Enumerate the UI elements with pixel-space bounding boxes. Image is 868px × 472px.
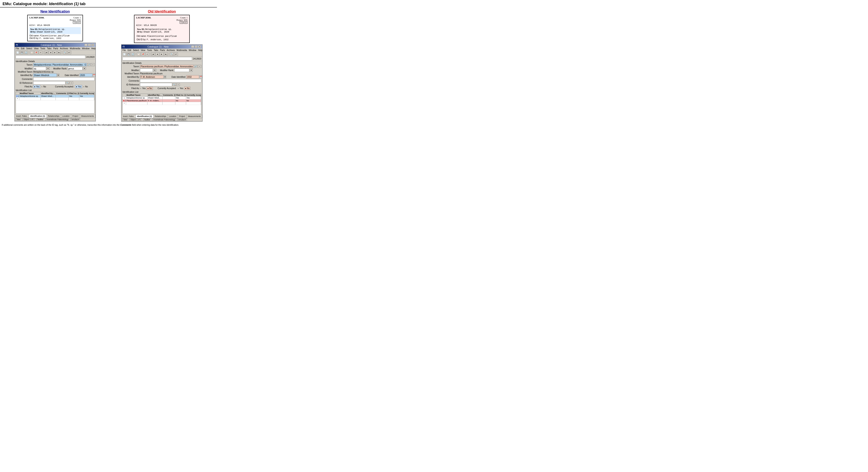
- toolbar-undo-left[interactable]: ↩: [39, 51, 42, 54]
- menu-view-left[interactable]: View: [34, 47, 39, 50]
- menu-tabs-right[interactable]: Tabs: [154, 49, 158, 52]
- comments-input-left[interactable]: [33, 77, 95, 81]
- modifier-rank-select-right[interactable]: ▼: [190, 69, 193, 72]
- identified-by-select-right[interactable]: ▼: [164, 75, 166, 78]
- identified-by-input-right[interactable]: [140, 75, 163, 78]
- id-reference-input-left[interactable]: [33, 81, 65, 85]
- tab-location-left[interactable]: Location: [61, 114, 71, 118]
- filed-as-yes-left[interactable]: ● Yes: [33, 85, 40, 88]
- filed-as-no-right[interactable]: ● No: [147, 87, 153, 90]
- close-btn-right[interactable]: ✕: [198, 45, 201, 48]
- minimize-btn-left[interactable]: –: [85, 44, 88, 46]
- menu-window-left[interactable]: Window: [82, 47, 90, 50]
- tab-project-left[interactable]: Project: [71, 114, 80, 118]
- toolbar-nav3-right[interactable]: ►: [160, 53, 163, 56]
- tab-relationships-left[interactable]: Relationships: [47, 114, 61, 118]
- search-input-left[interactable]: [16, 55, 85, 59]
- id-ref-btn2-right[interactable]: +: [177, 83, 180, 86]
- toolbar-refresh-left[interactable]: 🔄: [24, 51, 28, 54]
- menu-file-left[interactable]: File: [16, 47, 19, 50]
- menu-window-right[interactable]: Window: [189, 49, 196, 52]
- toolbar-search-left[interactable]: 🔍: [63, 51, 67, 54]
- menu-archives-right[interactable]: Archives: [166, 49, 175, 52]
- tab-measurements-right[interactable]: Measurements: [187, 115, 202, 118]
- taxon-btn2-left[interactable]: +: [91, 63, 95, 66]
- taxon-input-right[interactable]: [140, 65, 193, 68]
- modifier-rank-select-left[interactable]: ▼: [83, 67, 86, 70]
- date-cal-btn-right[interactable]: 📅: [199, 75, 202, 78]
- modifier-input-left[interactable]: [33, 67, 46, 70]
- identified-by-input-left[interactable]: [33, 73, 57, 77]
- menu-select-right[interactable]: Select: [133, 49, 139, 52]
- toolbar-nav1-left[interactable]: |◄: [44, 51, 48, 54]
- close-btn-left[interactable]: ✕: [91, 44, 94, 46]
- toolbar-refresh-right[interactable]: 🔄: [131, 53, 135, 56]
- date-identified-input-right[interactable]: [186, 75, 199, 78]
- toolbar-nav1-right[interactable]: |◄: [151, 53, 155, 56]
- tab-relationships-right[interactable]: Relationships: [154, 115, 168, 118]
- id-ref-btn2-left[interactable]: +: [70, 81, 73, 85]
- menu-archives-left[interactable]: Archives: [60, 47, 68, 50]
- menu-tabs-left[interactable]: Tabs: [47, 47, 52, 50]
- ca-no-right[interactable]: ● No: [184, 87, 191, 90]
- toolbar-save-right[interactable]: 💾: [127, 53, 130, 56]
- table-row[interactable]: ★2 Placenticeras pacificum F. M. Anders.…: [123, 99, 201, 102]
- maximize-btn-left[interactable]: □: [88, 44, 91, 46]
- tab-identification-left[interactable]: Identification (1): [29, 114, 47, 118]
- toolbar-paste-left[interactable]: 📌: [34, 51, 38, 54]
- modifier-select-btn-right[interactable]: ▼: [153, 69, 156, 72]
- toolbar-nav2-left[interactable]: ◄: [49, 51, 53, 54]
- toolbar-copy-right[interactable]: 📋: [137, 53, 141, 56]
- id-ref-btn1-left[interactable]: 🔍: [66, 81, 69, 85]
- menu-select-left[interactable]: Select: [26, 47, 32, 50]
- tab-identification-right[interactable]: Identification (1): [136, 115, 154, 118]
- taxon-btn1-right[interactable]: 🔗: [194, 65, 197, 68]
- toolbar-new-right[interactable]: 📄: [122, 53, 126, 56]
- table-row[interactable]: *: [16, 98, 94, 100]
- taxon-btn2-right[interactable]: +: [198, 65, 201, 68]
- toolbar-search-right[interactable]: 🔍: [170, 53, 174, 56]
- toolbar-nav4-right[interactable]: ►|: [164, 53, 168, 56]
- toolbar-new-left[interactable]: 📄: [16, 51, 20, 54]
- menu-edit-right[interactable]: Edit: [128, 49, 131, 52]
- id-reference-input-right[interactable]: [140, 83, 172, 86]
- toolbar-paste-right[interactable]: 📌: [141, 53, 145, 56]
- modifier-input-right[interactable]: [140, 69, 153, 72]
- menu-file-right[interactable]: File: [122, 49, 126, 52]
- menu-parts-right[interactable]: Parts: [160, 49, 165, 52]
- tab-location-right[interactable]: Location: [168, 115, 178, 118]
- menu-tools-left[interactable]: Tools: [40, 47, 45, 50]
- tab-project-right[interactable]: Project: [178, 115, 187, 118]
- toolbar-copy-left[interactable]: 📋: [30, 51, 34, 54]
- tab-invert-paleo-right[interactable]: Invert. Paleo.: [122, 115, 136, 118]
- menu-help-right[interactable]: Help: [198, 49, 203, 52]
- modifier-rank-input-left[interactable]: [67, 67, 83, 70]
- toolbar-nav3-left[interactable]: ►: [53, 51, 57, 54]
- menu-tools-right[interactable]: Tools: [147, 49, 152, 52]
- comments-input-right[interactable]: [140, 79, 201, 82]
- ca-yes-left[interactable]: ● Yes: [75, 85, 82, 88]
- menu-multimedia-left[interactable]: Multimedia: [70, 47, 80, 50]
- toolbar-nav2-right[interactable]: ◄: [155, 53, 159, 56]
- table-row[interactable]: ★1 Metaplacenticeras sp. Shawn Wied... Y…: [16, 95, 94, 98]
- taxon-input-left[interactable]: [33, 63, 87, 66]
- toolbar-nav4-left[interactable]: ►|: [57, 51, 61, 54]
- date-cal-btn-left[interactable]: 📅: [93, 74, 95, 77]
- taxon-btn1-left[interactable]: 🔗: [87, 63, 91, 66]
- date-identified-input-left[interactable]: [80, 73, 92, 77]
- search-input-right[interactable]: [122, 57, 192, 60]
- toolbar-undo-right[interactable]: ↩: [145, 53, 149, 56]
- table-row[interactable]: *: [123, 102, 201, 105]
- modifier-rank-input-right[interactable]: [174, 69, 189, 72]
- toolbar-save-left[interactable]: 💾: [20, 51, 24, 54]
- menu-help-left[interactable]: Help: [91, 47, 96, 50]
- minimize-btn-right[interactable]: –: [191, 45, 194, 48]
- modifier-select-btn-left[interactable]: ▼: [46, 67, 50, 70]
- tab-measurements-left[interactable]: Measurements: [80, 114, 95, 118]
- menu-view-right[interactable]: View: [141, 49, 145, 52]
- id-ref-btn1-right[interactable]: 🔍: [173, 83, 176, 86]
- identified-by-select-left[interactable]: ▼: [57, 74, 59, 77]
- toolbar-help-left[interactable]: k?: [67, 51, 71, 54]
- menu-edit-left[interactable]: Edit: [21, 47, 25, 50]
- toolbar-help-right[interactable]: k?: [174, 53, 178, 56]
